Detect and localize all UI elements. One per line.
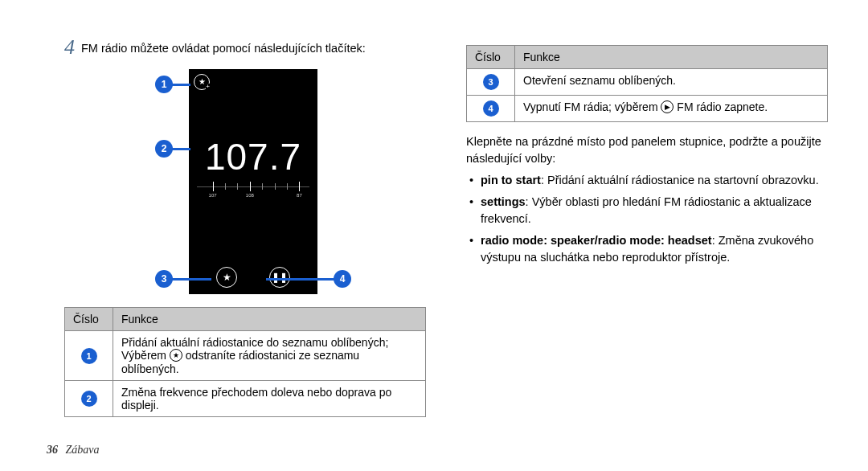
row-badge-2: 2 xyxy=(81,391,97,407)
functions-table-right: Číslo Funkce 3 Otevření seznamu oblíbený… xyxy=(466,45,828,122)
tick-label: 108 xyxy=(246,193,254,198)
callout-line-3 xyxy=(171,278,211,281)
table-row: 1 Přidání aktuální rádiostanice do sezna… xyxy=(65,331,426,381)
callout-4: 4 xyxy=(334,270,351,288)
step-text: FM rádio můžete ovládat pomocí následují… xyxy=(81,40,366,56)
th-number: Číslo xyxy=(467,46,515,69)
row-badge-3: 3 xyxy=(483,74,499,90)
list-item: pin to start: Přidání aktuální rádiostan… xyxy=(469,172,828,189)
tick-label: 87 xyxy=(297,193,302,198)
instruction-paragraph: Klepněte na prázdné místo pod panelem st… xyxy=(466,133,828,167)
row-desc-1: Přidání aktuální rádiostanice do seznamu… xyxy=(113,331,426,381)
functions-table-left: Číslo Funkce 1 Přidání aktuální rádiosta… xyxy=(64,307,426,417)
tick-label: 107 xyxy=(209,193,217,198)
callout-line-2 xyxy=(171,148,190,150)
callout-line-1 xyxy=(171,84,190,86)
table-row: 3 Otevření seznamu oblíbených. xyxy=(467,69,828,96)
table-row: 2 Změna frekvence přechodem doleva nebo … xyxy=(65,381,426,417)
phone-screen: + 107.7 107 108 87 ★ xyxy=(189,69,317,294)
th-function: Funkce xyxy=(515,46,828,69)
row-desc-4: Vypnutí FM rádia; výběrem ▶ FM rádio zap… xyxy=(515,96,828,122)
table-row: 4 Vypnutí FM rádia; výběrem ▶ FM rádio z… xyxy=(467,96,828,122)
phone-illustration: 1 2 3 4 + 107.7 xyxy=(125,69,366,302)
callout-3: 3 xyxy=(155,270,173,288)
callout-1: 1 xyxy=(155,76,173,93)
callout-2: 2 xyxy=(155,140,173,158)
list-item: settings: Výběr oblasti pro hledání FM r… xyxy=(469,194,828,227)
section-name: Zábava xyxy=(66,444,100,456)
page-number: 36 xyxy=(47,444,58,456)
th-function: Funkce xyxy=(113,308,426,331)
list-item: radio mode: speaker/radio mode: headset:… xyxy=(469,232,828,266)
callout-line-4 xyxy=(266,278,335,281)
step-4: 4 FM rádio můžete ovládat pomocí následu… xyxy=(64,40,426,61)
add-favorite-icon: + xyxy=(194,74,210,90)
row-desc-3: Otevření seznamu oblíbených. xyxy=(515,69,828,96)
pause-icon: ❚❚ xyxy=(269,267,290,288)
row-badge-4: 4 xyxy=(483,100,499,117)
step-number: 4 xyxy=(64,37,75,58)
favorites-icon: ★ xyxy=(216,267,237,288)
page-footer: 36 Zábava xyxy=(47,444,100,457)
options-list: pin to start: Přidání aktuální rádiostan… xyxy=(466,172,828,266)
star-icon: ★ xyxy=(170,349,182,362)
row-desc-2: Změna frekvence přechodem doleva nebo do… xyxy=(113,381,426,417)
row-badge-1: 1 xyxy=(81,348,97,364)
th-number: Číslo xyxy=(65,308,113,331)
play-icon: ▶ xyxy=(661,100,674,113)
frequency-display: 107.7 xyxy=(189,135,317,178)
frequency-scale: 107 108 87 xyxy=(197,182,309,206)
